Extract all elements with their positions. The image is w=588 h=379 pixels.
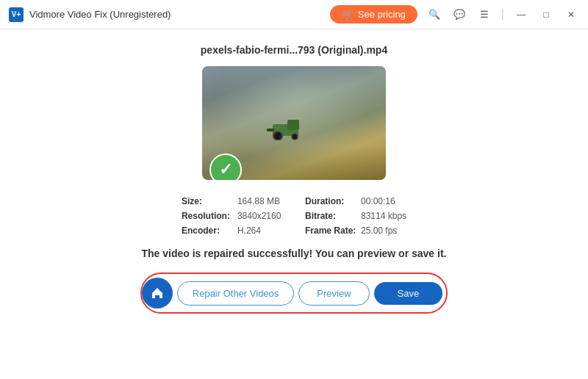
chat-icon[interactable]: 💬: [451, 7, 467, 23]
info-row-bitrate: Bitrate: 83114 kbps: [305, 211, 406, 221]
file-info: Size: 164.88 MB Duration: 00:00:16 Resol…: [182, 196, 406, 236]
title-bar-left: V+ Vidmore Video Fix (Unregistered): [9, 7, 171, 22]
framerate-label: Frame Rate:: [305, 225, 356, 236]
info-row-encoder: Encoder: H.264: [182, 225, 283, 236]
home-icon: [150, 286, 165, 300]
video-thumbnail-container: ✓: [202, 66, 386, 180]
encoder-label: Encoder:: [182, 225, 233, 236]
see-pricing-button[interactable]: 🛒 See pricing: [330, 5, 417, 24]
minimize-button[interactable]: —: [513, 7, 529, 23]
duration-label: Duration:: [305, 196, 356, 206]
search-icon[interactable]: 🔍: [426, 7, 442, 23]
size-value: 164.88 MB: [237, 196, 280, 206]
check-badge: ✓: [209, 154, 242, 180]
menu-icon[interactable]: ☰: [476, 7, 492, 23]
resolution-value: 3840x2160: [237, 211, 281, 221]
app-logo: V+: [9, 7, 24, 22]
duration-value: 00:00:16: [361, 196, 395, 206]
info-row-size: Size: 164.88 MB: [182, 196, 283, 206]
bitrate-label: Bitrate:: [305, 211, 356, 221]
video-filename: pexels-fabio-fermi...793 (Original).mp4: [201, 44, 387, 56]
title-bar-center: 🛒 See pricing 🔍 💬 ☰ | — □ ✕: [330, 5, 579, 24]
close-button[interactable]: ✕: [563, 7, 579, 23]
preview-button[interactable]: Preview: [298, 281, 369, 306]
size-label: Size:: [182, 196, 233, 206]
action-row: Repair Other Videos Preview Save: [140, 272, 448, 314]
svg-point-2: [273, 131, 282, 140]
svg-rect-4: [267, 129, 274, 131]
info-row-resolution: Resolution: 3840x2160: [182, 211, 283, 221]
svg-rect-1: [287, 120, 299, 130]
tractor-svg: [267, 118, 307, 140]
svg-point-3: [292, 134, 298, 140]
info-row-framerate: Frame Rate: 25.00 fps: [305, 225, 406, 236]
bitrate-value: 83114 kbps: [361, 211, 406, 221]
save-button[interactable]: Save: [374, 282, 443, 305]
framerate-value: 25.00 fps: [361, 225, 397, 236]
success-message: The video is repaired successfully! You …: [142, 248, 447, 259]
info-row-duration: Duration: 00:00:16: [305, 196, 406, 206]
resolution-label: Resolution:: [182, 211, 233, 221]
cart-icon: 🛒: [342, 9, 354, 20]
app-title: Vidmore Video Fix (Unregistered): [29, 9, 171, 20]
main-content: pexels-fabio-fermi...793 (Original).mp4 …: [0, 29, 588, 379]
maximize-button[interactable]: □: [538, 7, 554, 23]
title-bar: V+ Vidmore Video Fix (Unregistered) 🛒 Se…: [0, 0, 588, 29]
encoder-value: H.264: [237, 225, 261, 236]
repair-other-button[interactable]: Repair Other Videos: [177, 281, 295, 306]
home-button[interactable]: [142, 278, 173, 308]
separator: |: [501, 8, 504, 21]
